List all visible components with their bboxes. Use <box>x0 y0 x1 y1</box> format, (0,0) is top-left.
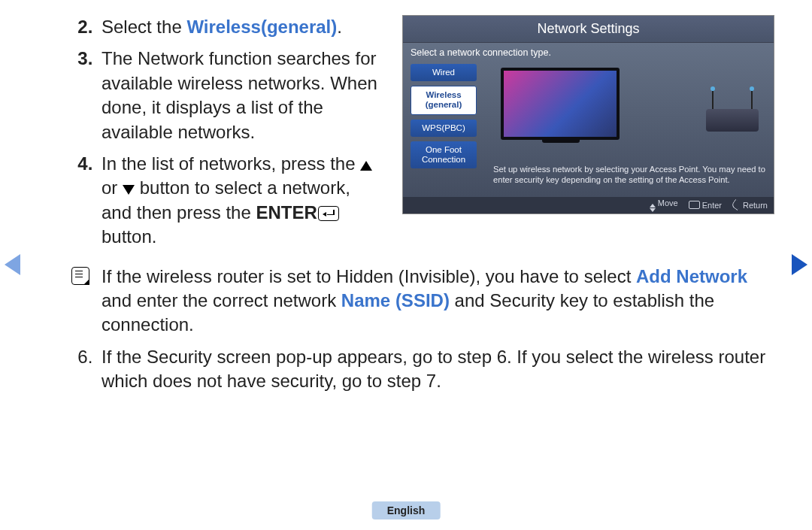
up-arrow-icon <box>360 161 372 171</box>
note-text-a: If the wireless router is set to Hidden … <box>102 266 636 286</box>
footer-move-label: Move <box>658 198 678 207</box>
down-arrow-icon <box>123 185 135 195</box>
menu-item-wired[interactable]: Wired <box>411 64 477 81</box>
add-network-link: Add Network <box>636 266 747 286</box>
note-icon <box>71 267 89 285</box>
step-2-text-a: Select the <box>102 17 186 37</box>
menu-item-wps-pbc[interactable]: WPS(PBC) <box>411 120 477 137</box>
step-5: If the Security screen pop-up appears, g… <box>98 345 774 394</box>
wireless-general-link: Wireless(general) <box>186 17 337 37</box>
step-2: Select the Wireless(general). <box>98 15 383 39</box>
menu-item-one-foot[interactable]: One Foot Connection <box>411 141 477 168</box>
step-4-text-c: button. <box>102 226 156 247</box>
step-4-or: or <box>102 177 123 198</box>
step-5-text: If the Security screen pop-up appears, g… <box>102 347 765 391</box>
enter-icon <box>318 206 339 221</box>
menu-item-onefoot-l2: Connection <box>422 155 465 164</box>
upper-content-row: Select the Wireless(general). The Networ… <box>68 15 774 257</box>
return-mini-icon <box>731 199 742 210</box>
step-4: In the list of networks, press the or bu… <box>98 152 383 250</box>
footer-return: Return <box>732 201 768 210</box>
panel-title: Network Settings <box>403 16 774 43</box>
next-page-arrow[interactable] <box>792 254 807 275</box>
panel-footer: Move Enter Return <box>403 197 774 214</box>
language-indicator: English <box>372 501 441 519</box>
enter-label: ENTER <box>256 202 317 223</box>
step-2-text-b: . <box>337 17 342 37</box>
connection-type-menu: Wired Wireless (general) WPS(PBC) One Fo… <box>411 64 477 192</box>
steps-column-narrow: Select the Wireless(general). The Networ… <box>68 15 383 257</box>
panel-subtitle: Select a network connection type. <box>403 43 774 58</box>
move-updown-icon <box>650 204 656 212</box>
footer-enter: Enter <box>689 201 722 210</box>
name-ssid-label: Name (SSID) <box>341 290 450 310</box>
footer-return-label: Return <box>743 201 768 210</box>
panel-body: Wired Wireless (general) WPS(PBC) One Fo… <box>403 58 774 192</box>
panel-description: Set up wireless network by selecting you… <box>493 164 766 186</box>
menu-item-wireless-l1: Wireless <box>426 90 461 99</box>
menu-item-wps-label: WPS(PBC) <box>422 123 465 132</box>
note-hidden-router: If the wireless router is set to Hidden … <box>98 265 774 338</box>
instruction-list-top: Select the Wireless(general). The Networ… <box>68 15 383 250</box>
footer-enter-label: Enter <box>702 201 722 210</box>
menu-item-wireless-general[interactable]: Wireless (general) <box>411 86 477 114</box>
tv-illustration-router <box>706 109 759 132</box>
tv-illustration-monitor <box>501 68 620 140</box>
network-settings-panel: Network Settings Select a network connec… <box>402 15 774 214</box>
menu-item-onefoot-l1: One Foot <box>426 145 462 154</box>
step-4-text-a: In the list of networks, press the <box>102 153 360 174</box>
prev-page-arrow[interactable] <box>5 254 20 275</box>
enter-mini-icon <box>689 201 700 209</box>
menu-item-wired-label: Wired <box>432 68 455 77</box>
tv-illustration-stand <box>542 137 580 143</box>
footer-move: Move <box>650 198 678 212</box>
note-text-b: and enter the correct network <box>102 290 341 310</box>
panel-illustration: Set up wireless network by selecting you… <box>486 64 766 192</box>
router-antenna-right-icon <box>751 91 753 109</box>
router-antenna-left-icon <box>712 91 714 109</box>
manual-page: Select the Wireless(general). The Networ… <box>0 0 812 530</box>
step-3-text: The Network function searches for availa… <box>102 48 377 141</box>
instruction-list-bottom: If the wireless router is set to Hidden … <box>68 265 774 394</box>
menu-item-wireless-l2: (general) <box>426 100 462 109</box>
step-3: The Network function searches for availa… <box>98 47 383 144</box>
